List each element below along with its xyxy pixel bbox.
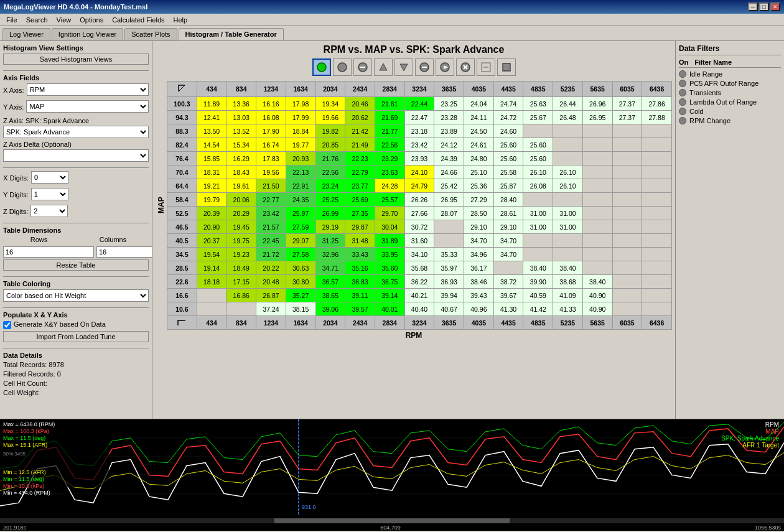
- cell-14-8[interactable]: 39.94: [434, 289, 464, 302]
- cell-1-13[interactable]: 26.95: [582, 111, 612, 124]
- cell-5-12[interactable]: 26.10: [553, 166, 583, 179]
- cell-1-5[interactable]: 20.62: [345, 111, 375, 124]
- cell-1-4[interactable]: 19.66: [315, 111, 345, 124]
- cell-15-3[interactable]: 38.15: [286, 302, 315, 316]
- cell-11-2[interactable]: 21.72: [256, 248, 286, 261]
- cell-13-1[interactable]: 17.15: [226, 275, 256, 289]
- cell-3-9[interactable]: 24.61: [464, 138, 494, 152]
- cell-5-4[interactable]: 22.56: [315, 166, 345, 179]
- cell-8-11[interactable]: 31.00: [523, 207, 553, 220]
- cell-6-7[interactable]: 24.79: [404, 179, 434, 193]
- cell-10-0[interactable]: 20.37: [197, 234, 226, 248]
- cell-14-6[interactable]: 39.14: [375, 289, 404, 302]
- cell-11-13[interactable]: [582, 248, 612, 261]
- cell-7-7[interactable]: 26.26: [404, 193, 434, 207]
- cell-4-3[interactable]: 20.93: [286, 152, 315, 166]
- cell-12-11[interactable]: 38.40: [523, 261, 553, 275]
- cell-15-7[interactable]: 40.40: [404, 302, 434, 316]
- menu-view[interactable]: View: [53, 16, 75, 24]
- cell-1-0[interactable]: 12.41: [197, 111, 226, 124]
- cell-6-4[interactable]: 23.24: [315, 179, 345, 193]
- cell-3-7[interactable]: 23.42: [404, 138, 434, 152]
- cell-9-10[interactable]: 29.10: [493, 220, 523, 234]
- cell-6-13[interactable]: [582, 179, 612, 193]
- cell-15-0[interactable]: [197, 302, 226, 316]
- cell-9-11[interactable]: 31.00: [523, 220, 553, 234]
- cell-5-15[interactable]: [642, 166, 672, 179]
- x-digits-select[interactable]: 0: [31, 171, 68, 184]
- cell-8-14[interactable]: [612, 207, 642, 220]
- cell-10-3[interactable]: 29.07: [286, 234, 315, 248]
- cell-13-8[interactable]: 36.93: [434, 275, 464, 289]
- cell-1-2[interactable]: 16.08: [256, 111, 286, 124]
- cell-9-0[interactable]: 20.90: [197, 220, 226, 234]
- tab-histogram[interactable]: Histogram / Table Generator: [179, 28, 284, 40]
- cell-1-10[interactable]: 24.72: [493, 111, 523, 124]
- cell-10-6[interactable]: 31.89: [375, 234, 404, 248]
- import-button[interactable]: Import From Loaded Tune: [3, 331, 149, 342]
- cell-5-10[interactable]: 25.58: [493, 166, 523, 179]
- tool-arrow-up[interactable]: [374, 58, 393, 76]
- cell-6-8[interactable]: 25.42: [434, 179, 464, 193]
- cell-11-9[interactable]: 34.96: [464, 248, 494, 261]
- scrollbar[interactable]: [0, 518, 784, 523]
- cell-2-10[interactable]: 24.60: [493, 124, 523, 138]
- cell-11-11[interactable]: [523, 248, 553, 261]
- cell-1-14[interactable]: 27.37: [612, 111, 642, 124]
- cell-7-11[interactable]: [523, 193, 553, 207]
- cell-0-8[interactable]: 23.25: [434, 97, 464, 111]
- cell-14-1[interactable]: 16.86: [226, 289, 256, 302]
- cell-10-12[interactable]: [553, 234, 583, 248]
- cell-4-5[interactable]: 22.23: [345, 152, 375, 166]
- cell-12-14[interactable]: [612, 261, 642, 275]
- cell-13-0[interactable]: 18.18: [197, 275, 226, 289]
- cell-7-3[interactable]: 24.35: [286, 193, 315, 207]
- cell-12-13[interactable]: [582, 261, 612, 275]
- cell-8-4[interactable]: 26.99: [315, 207, 345, 220]
- cell-11-12[interactable]: [553, 248, 583, 261]
- cell-6-11[interactable]: 26.08: [523, 179, 553, 193]
- cell-6-2[interactable]: 21.50: [256, 179, 286, 193]
- cell-9-12[interactable]: 31.00: [553, 220, 583, 234]
- cell-7-15[interactable]: [642, 193, 672, 207]
- tool-circle-minus2[interactable]: [415, 58, 434, 76]
- cell-1-12[interactable]: 26.48: [553, 111, 583, 124]
- cell-6-0[interactable]: 19.21: [197, 179, 226, 193]
- cell-8-3[interactable]: 25.97: [286, 207, 315, 220]
- cell-7-5[interactable]: 25.69: [345, 193, 375, 207]
- cell-15-11[interactable]: 41.42: [523, 302, 553, 316]
- cell-3-5[interactable]: 21.49: [345, 138, 375, 152]
- cell-11-15[interactable]: [642, 248, 672, 261]
- cell-1-7[interactable]: 22.47: [404, 111, 434, 124]
- cell-3-15[interactable]: [642, 138, 672, 152]
- cell-3-10[interactable]: 25.60: [493, 138, 523, 152]
- cell-10-15[interactable]: [642, 234, 672, 248]
- cell-8-12[interactable]: 31.00: [553, 207, 583, 220]
- cell-5-6[interactable]: 23.63: [375, 166, 404, 179]
- cell-8-2[interactable]: 23.42: [256, 207, 286, 220]
- cell-5-7[interactable]: 24.10: [404, 166, 434, 179]
- cell-7-4[interactable]: 25.25: [315, 193, 345, 207]
- close-button[interactable]: ✕: [770, 2, 780, 11]
- cell-0-15[interactable]: 27.86: [642, 97, 672, 111]
- cell-12-6[interactable]: 35.60: [375, 261, 404, 275]
- cell-8-9[interactable]: 28.50: [464, 207, 494, 220]
- generate-checkbox[interactable]: [3, 321, 11, 329]
- cell-11-8[interactable]: 35.33: [434, 248, 464, 261]
- cell-13-6[interactable]: 36.75: [375, 275, 404, 289]
- cell-10-9[interactable]: 34.70: [464, 234, 494, 248]
- cell-3-3[interactable]: 19.77: [286, 138, 315, 152]
- y-axis-select[interactable]: MAP: [26, 100, 149, 113]
- cell-9-6[interactable]: 30.04: [375, 220, 404, 234]
- cell-12-9[interactable]: 36.17: [464, 261, 494, 275]
- cell-0-11[interactable]: 25.63: [523, 97, 553, 111]
- cell-9-15[interactable]: [642, 220, 672, 234]
- cell-15-9[interactable]: 40.96: [464, 302, 494, 316]
- cell-10-4[interactable]: 31.25: [315, 234, 345, 248]
- cell-7-6[interactable]: 25.57: [375, 193, 404, 207]
- cell-0-5[interactable]: 20.46: [345, 97, 375, 111]
- cell-0-14[interactable]: 27.37: [612, 97, 642, 111]
- cell-4-8[interactable]: 24.39: [434, 152, 464, 166]
- cell-1-8[interactable]: 23.28: [434, 111, 464, 124]
- cell-12-5[interactable]: 35.16: [345, 261, 375, 275]
